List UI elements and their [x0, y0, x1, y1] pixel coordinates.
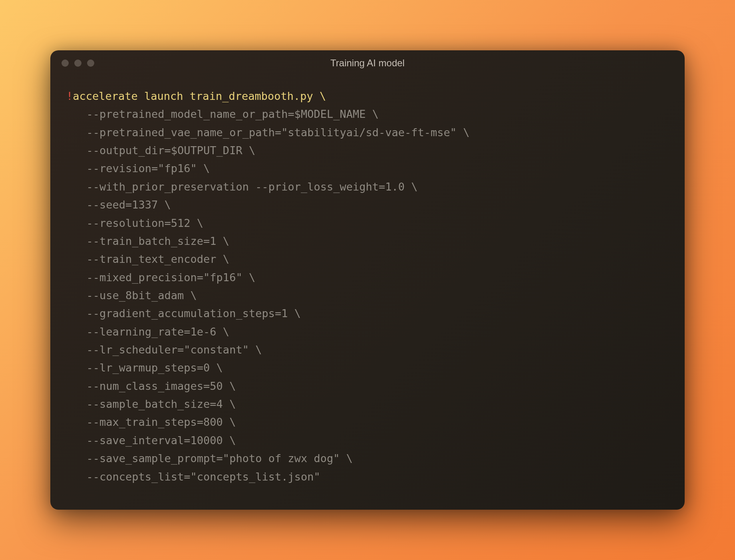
command-arg: --pretrained_model_name_or_path=$MODEL_N…	[66, 105, 669, 123]
command-arg: --with_prior_preservation --prior_loss_w…	[66, 178, 669, 196]
line-continuation: \	[313, 90, 326, 102]
command-arg: --max_train_steps=800 \	[66, 413, 669, 431]
command-arg: --revision="fp16" \	[66, 159, 669, 177]
command-arg: --resolution=512 \	[66, 214, 669, 232]
zoom-icon[interactable]	[87, 60, 94, 67]
command-arg: --concepts_list="concepts_list.json"	[66, 468, 669, 486]
command-arg: --mixed_precision="fp16" \	[66, 268, 669, 286]
window-title: Training AI model	[50, 58, 685, 69]
command-arg: --learning_rate=1e-6 \	[66, 323, 669, 341]
command-arg: --seed=1337 \	[66, 196, 669, 214]
titlebar: Training AI model	[50, 50, 685, 76]
command-arg: --lr_scheduler="constant" \	[66, 341, 669, 359]
command-arg: --use_8bit_adam \	[66, 286, 669, 304]
command-arg: --pretrained_vae_name_or_path="stability…	[66, 123, 669, 141]
command-arg: --train_text_encoder \	[66, 250, 669, 268]
minimize-icon[interactable]	[74, 60, 81, 67]
command-arg: --gradient_accumulation_steps=1 \	[66, 304, 669, 322]
command-arg: --train_batch_size=1 \	[66, 232, 669, 250]
jupyter-bang: !	[66, 90, 73, 102]
command-arg: --save_sample_prompt="photo of zwx dog" …	[66, 449, 669, 467]
terminal-window: Training AI model !accelerate launch tra…	[50, 50, 685, 510]
command-arg: --output_dir=$OUTPUT_DIR \	[66, 141, 669, 159]
command-arg: --sample_batch_size=4 \	[66, 395, 669, 413]
command-arg: --num_class_images=50 \	[66, 377, 669, 395]
command-arg: --save_interval=10000 \	[66, 431, 669, 449]
terminal-content[interactable]: !accelerate launch train_dreambooth.py \…	[50, 76, 685, 510]
close-icon[interactable]	[62, 60, 69, 67]
command-arg: --lr_warmup_steps=0 \	[66, 359, 669, 377]
command: accelerate launch train_dreambooth.py	[73, 90, 313, 102]
traffic-lights	[62, 60, 94, 67]
